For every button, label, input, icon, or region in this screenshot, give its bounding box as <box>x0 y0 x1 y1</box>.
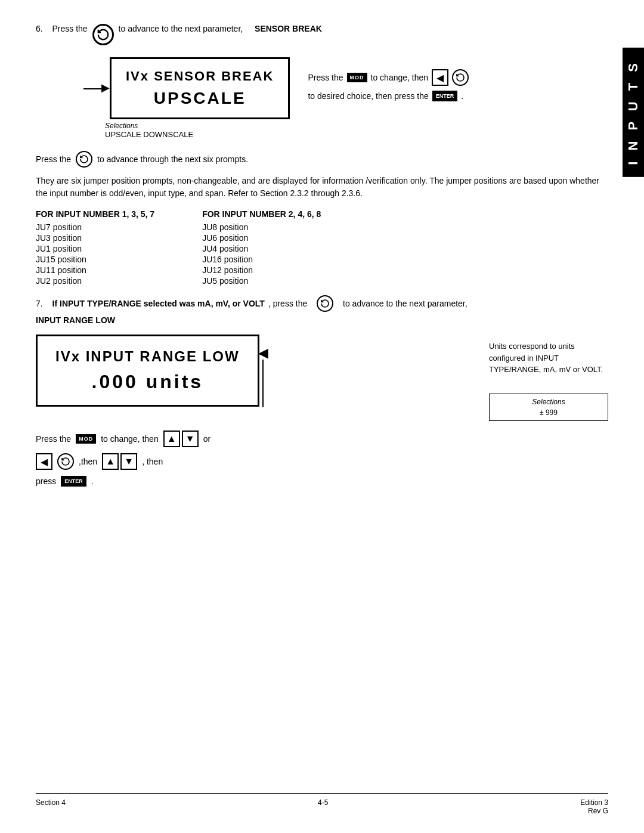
selections-bottom-box: Selections ± 999 <box>489 394 608 421</box>
step7-bold: If INPUT TYPE/RANGE selected was mA, mV,… <box>52 297 265 310</box>
then-comma-label: ,then <box>79 457 97 466</box>
input-range-line2: .000 units <box>55 371 240 393</box>
jumper-left-item-3: JU15 position <box>36 255 154 264</box>
to-change-bottom: to change, then <box>101 434 159 444</box>
input-range-right: Units correspond to units configured in … <box>489 335 608 421</box>
jumper-left-item-4: JU11 position <box>36 265 154 275</box>
up-down-pair-1: ▲ ▼ <box>163 431 199 447</box>
jumper-right-item-0: JU8 position <box>202 222 321 232</box>
to-desired-text: to desired choice, then press the <box>308 91 428 101</box>
refresh-icon-step6 <box>92 24 114 45</box>
refresh-icon-advance <box>76 151 92 168</box>
footer-edition-line2: Rev G <box>580 807 608 815</box>
jumper-col-right: FOR INPUT NUMBER 2, 4, 6, 8 JU8 position… <box>202 209 321 286</box>
period-bottom: . <box>91 476 94 486</box>
side-tab-letters: I N P U T S <box>626 60 641 165</box>
period-text: . <box>461 91 463 101</box>
display-line1: IVx SENSOR BREAK <box>126 69 274 84</box>
press-enter-label: press <box>36 476 56 486</box>
mod-button-display: MOD <box>347 73 367 82</box>
to-change-label: to change, then <box>371 73 429 82</box>
input-range-line1: IVx INPUT RANGE LOW <box>55 348 240 365</box>
enter-button-bottom: ENTER <box>61 476 86 487</box>
press-mod-line: Press the MOD to change, then ◀ <box>308 69 469 86</box>
mod-button-bottom: MOD <box>76 434 96 444</box>
up-down-pair-2: ▲ ▼ <box>102 453 137 470</box>
input-range-area: IVx INPUT RANGE LOW .000 units ◀ Press t… <box>36 335 608 493</box>
sensor-break-area: ▶ IVx SENSOR BREAK UPSCALE Selections UP… <box>83 57 608 139</box>
press-label: Press the <box>308 73 343 82</box>
up-arrow-button[interactable]: ▲ <box>163 431 180 447</box>
sensor-break-display: IVx SENSOR BREAK UPSCALE <box>110 57 290 119</box>
footer-section: Section 4 <box>36 798 66 815</box>
selections-bottom-label: Selections <box>496 397 602 407</box>
step7-text2: to advance to the next parameter, <box>343 297 467 310</box>
down-arrow-button[interactable]: ▼ <box>182 431 199 447</box>
advance-section: Press the to advance through the next si… <box>36 151 608 168</box>
jumper-left-item-1: JU3 position <box>36 233 154 243</box>
then-label: , then <box>142 457 163 466</box>
to-desired-line: to desired choice, then press the ENTER … <box>308 91 469 101</box>
refresh-icon-bottom <box>57 453 74 470</box>
step6-text: 6. <box>36 24 47 33</box>
press-row-3: press ENTER . <box>36 476 471 487</box>
left-arrow-bottom[interactable]: ◀ <box>36 453 52 470</box>
refresh-icon-step7 <box>317 295 333 312</box>
input-range-display: IVx INPUT RANGE LOW .000 units <box>36 335 259 407</box>
up-arrow-button-2[interactable]: ▲ <box>102 453 119 470</box>
jumper-right-item-5: JU5 position <box>202 276 321 286</box>
sensor-break-left: ▶ IVx SENSOR BREAK UPSCALE Selections UP… <box>83 57 290 139</box>
jumper-left-item-2: JU1 position <box>36 244 154 253</box>
units-note: Units correspond to units configured in … <box>489 340 608 376</box>
side-tab: I N P U T S <box>623 48 644 177</box>
step7-text: , press the <box>268 297 307 310</box>
press-label-bottom: Press the <box>36 434 71 444</box>
jumper-left-item-0: JU7 position <box>36 222 154 232</box>
jumper-right-header: FOR INPUT NUMBER 2, 4, 6, 8 <box>202 209 321 219</box>
footer-edition: Edition 3 Rev G <box>580 798 608 815</box>
sensor-break-right: Press the MOD to change, then ◀ to desir… <box>308 57 469 101</box>
selections-values: UPSCALE DOWNSCALE <box>105 130 193 139</box>
refresh-icon-mod <box>452 69 469 86</box>
step7-number: 7. <box>36 297 43 310</box>
jumper-right-item-4: JU12 position <box>202 265 321 275</box>
press-row-1: Press the MOD to change, then ▲ ▼ or <box>36 431 471 447</box>
enter-button-display: ENTER <box>432 91 458 101</box>
press-section-bottom: Press the MOD to change, then ▲ ▼ or ◀ ,… <box>36 431 471 487</box>
jumper-left-header: FOR INPUT NUMBER 1, 3, 5, 7 <box>36 209 154 219</box>
jumper-para: They are six jumper position prompts, no… <box>36 175 608 200</box>
jumper-col-left: FOR INPUT NUMBER 1, 3, 5, 7 JU7 position… <box>36 209 154 286</box>
input-range-left: IVx INPUT RANGE LOW .000 units ◀ Press t… <box>36 335 471 493</box>
press-label2: Press the <box>36 154 71 164</box>
selections-label-top: Selections <box>105 122 193 130</box>
advance-text: to advance to the next parameter, <box>119 24 243 33</box>
jumper-right-item-3: JU16 position <box>202 255 321 264</box>
footer-edition-line1: Edition 3 <box>580 798 608 807</box>
down-arrow-button-2[interactable]: ▼ <box>120 453 137 470</box>
jumper-cols: FOR INPUT NUMBER 1, 3, 5, 7 JU7 position… <box>36 209 608 286</box>
footer: Section 4 4-5 Edition 3 Rev G <box>36 793 608 815</box>
step6-intro: 6. Press the to advance to the next para… <box>36 24 608 45</box>
press-row-2: ◀ ,then ▲ ▼ , then <box>36 453 471 470</box>
press-text: Press the <box>52 24 87 33</box>
selections-bottom-value: ± 999 <box>496 407 602 418</box>
or-label: or <box>203 434 210 444</box>
display-line2: UPSCALE <box>126 89 274 108</box>
jumper-right-item-1: JU6 position <box>202 233 321 243</box>
jumper-left-item-5: JU2 position <box>36 276 154 286</box>
advance-prompts-text: to advance through the next six prompts. <box>97 154 248 164</box>
jumper-right-item-2: JU4 position <box>202 244 321 253</box>
input-range-low-label: INPUT RANGE LOW <box>36 315 608 325</box>
param-name: SENSOR BREAK <box>255 24 322 33</box>
footer-page: 4-5 <box>318 798 328 815</box>
step7-section: 7. If INPUT TYPE/RANGE selected was mA, … <box>36 295 608 312</box>
left-arrow-button[interactable]: ◀ <box>432 69 448 86</box>
